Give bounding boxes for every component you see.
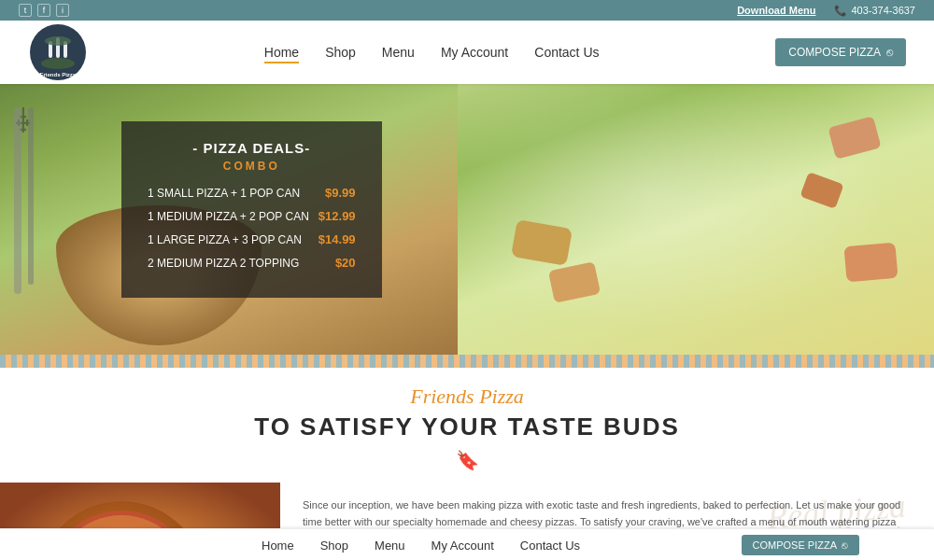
deal-price-1: $9.99 bbox=[325, 186, 356, 200]
svg-point-5 bbox=[45, 36, 71, 46]
svg-text:Friends Pizza: Friends Pizza bbox=[40, 72, 77, 77]
logo[interactable]: Friends Pizza bbox=[28, 22, 88, 82]
bookmark-icon: 🔖 bbox=[0, 449, 934, 471]
sticky-nav-shop[interactable]: Shop bbox=[320, 537, 348, 553]
top-bar: t f i Download Menu 📞 403-374-3637 bbox=[0, 0, 934, 21]
nav-links: Home Shop Menu My Account Contact Us bbox=[264, 44, 600, 61]
deal-name-1: 1 SMALL PIZZA + 1 POP CAN bbox=[148, 187, 325, 200]
deal-price-2: $12.99 bbox=[318, 209, 356, 223]
fork-shape bbox=[14, 107, 21, 294]
deal-name-4: 2 MEDIUM PIZZA 2 TOPPING bbox=[148, 257, 335, 270]
sticky-compose-button[interactable]: COMPOSE PIZZA ⎋ bbox=[742, 535, 859, 555]
nav-home[interactable]: Home bbox=[264, 44, 299, 61]
hero-section: ⸸ - PIZZA DEALS- COMBO 1 SMALL PIZZA + 1… bbox=[0, 84, 934, 355]
main-nav: Friends Pizza Home Shop Menu My Account … bbox=[0, 21, 934, 84]
phone-number: 📞 403-374-3637 bbox=[834, 5, 915, 17]
deal-name-2: 1 MEDIUM PIZZA + 2 POP CAN bbox=[148, 210, 318, 223]
deals-title: - PIZZA DEALS- bbox=[148, 140, 356, 156]
nav-shop[interactable]: Shop bbox=[325, 44, 356, 61]
nav-contact[interactable]: Contact Us bbox=[534, 44, 599, 61]
deal-price-3: $14.99 bbox=[318, 232, 356, 246]
bottom-section: CocaCola CocaCola Real pizza Real taste … bbox=[0, 483, 934, 560]
twitter-icon[interactable]: t bbox=[19, 4, 32, 17]
hero-left-image: ⸸ - PIZZA DEALS- COMBO 1 SMALL PIZZA + 1… bbox=[0, 84, 458, 355]
crouton-3 bbox=[843, 243, 898, 283]
sticky-share-icon: ⎋ bbox=[842, 539, 848, 551]
hero-right-image bbox=[458, 84, 934, 355]
deal-row-2: 1 MEDIUM PIZZA + 2 POP CAN $12.99 bbox=[148, 209, 356, 223]
nav-account[interactable]: My Account bbox=[441, 44, 508, 61]
wave-border bbox=[0, 355, 934, 368]
sticky-nav-home[interactable]: Home bbox=[262, 537, 294, 553]
knife-shape bbox=[28, 107, 34, 285]
deal-name-3: 1 LARGE PIZZA + 3 POP CAN bbox=[148, 233, 318, 246]
compose-pizza-button[interactable]: COMPOSE PIZZA ⎋ bbox=[775, 38, 906, 66]
logo-svg: Friends Pizza bbox=[28, 22, 88, 82]
main-heading: TO SATISFY YOUR TASTE BUDS bbox=[0, 413, 934, 441]
script-heading: Friends Pizza bbox=[0, 385, 934, 409]
phone-icon: 📞 bbox=[834, 5, 847, 17]
nav-menu[interactable]: Menu bbox=[382, 44, 415, 61]
sticky-nav-account[interactable]: My Account bbox=[432, 537, 494, 553]
pizza-deals-overlay: - PIZZA DEALS- COMBO 1 SMALL PIZZA + 1 P… bbox=[121, 121, 382, 298]
tagline-section: Friends Pizza TO SATISFY YOUR TASTE BUDS… bbox=[0, 368, 934, 471]
deal-price-4: $20 bbox=[335, 256, 356, 270]
deals-subtitle: COMBO bbox=[148, 160, 356, 173]
sticky-nav: Home Shop Menu My Account Contact Us COM… bbox=[0, 528, 934, 560]
svg-point-1 bbox=[41, 58, 75, 69]
facebook-icon[interactable]: f bbox=[37, 4, 50, 17]
instagram-icon[interactable]: i bbox=[56, 4, 69, 17]
download-menu-link[interactable]: Download Menu bbox=[737, 5, 815, 16]
deal-row-4: 2 MEDIUM PIZZA 2 TOPPING $20 bbox=[148, 256, 356, 270]
social-links[interactable]: t f i bbox=[19, 4, 69, 17]
deal-row-1: 1 SMALL PIZZA + 1 POP CAN $9.99 bbox=[148, 186, 356, 200]
sticky-nav-contact[interactable]: Contact Us bbox=[520, 537, 580, 553]
sticky-nav-menu[interactable]: Menu bbox=[375, 537, 405, 553]
deal-row-3: 1 LARGE PIZZA + 3 POP CAN $14.99 bbox=[148, 232, 356, 246]
share-icon: ⎋ bbox=[886, 46, 893, 59]
sticky-nav-links: Home Shop Menu My Account Contact Us bbox=[262, 537, 580, 553]
